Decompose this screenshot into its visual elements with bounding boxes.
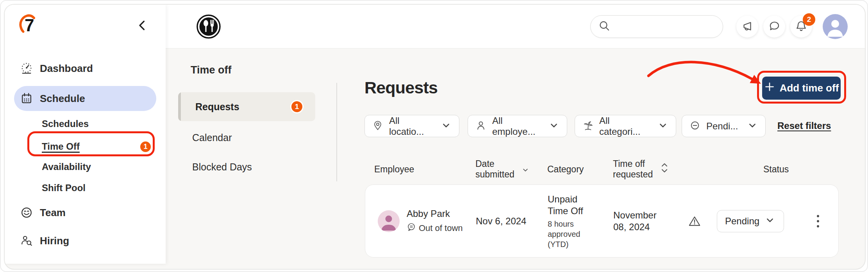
requests-count-badge: 1 <box>290 100 304 113</box>
column-header-employee: Employee <box>374 164 414 175</box>
page-title: Requests <box>364 78 438 97</box>
sidebar-item-label: Availability <box>42 161 91 172</box>
topbar-actions: 2 <box>590 5 848 48</box>
filter-employees[interactable]: All employe... <box>468 115 567 137</box>
app-logo-text: 7 <box>25 16 34 35</box>
dashboard-icon <box>20 62 33 75</box>
chevron-down-icon <box>548 120 560 133</box>
search-icon <box>598 19 611 34</box>
sidebar-item-label: Shift Pool <box>42 183 86 193</box>
sidebar-item-label: Time Off <box>42 141 80 152</box>
filter-locations[interactable]: All locatio... <box>364 115 459 137</box>
add-time-off-label: Add time off <box>780 82 839 94</box>
employee-avatar <box>378 210 400 232</box>
chevron-down-icon <box>657 120 669 133</box>
filter-label: All employe... <box>492 115 543 137</box>
status-dropdown[interactable]: Pending <box>717 210 784 232</box>
subnav-item-requests[interactable]: Requests 1 <box>178 92 315 121</box>
sort-descending-icon[interactable] <box>520 165 530 177</box>
employee-cell: Abby Park Out of town <box>407 208 477 234</box>
megaphone-icon <box>741 20 754 34</box>
column-header-date-submitted[interactable]: Date submitted <box>475 159 519 180</box>
time-off-requested-cell: November 08, 2024 <box>613 209 665 233</box>
column-header-status: Status <box>763 164 789 175</box>
sidebar-item-schedules[interactable]: Schedules <box>14 115 156 133</box>
sidebar-item-label: Team <box>40 207 66 219</box>
column-header-time-off-requested[interactable]: Time off requested <box>613 159 658 180</box>
messages-button[interactable] <box>763 16 785 38</box>
active-indicator-bar <box>178 92 181 121</box>
sidebar-item-availability[interactable]: Availability <box>14 157 156 176</box>
reset-filters-link[interactable]: Reset filters <box>777 120 831 131</box>
subnav-item-calendar[interactable]: Calendar <box>192 132 232 143</box>
note-bubble-icon <box>407 222 416 234</box>
notification-count-badge: 2 <box>803 13 815 26</box>
person-search-icon <box>20 234 33 247</box>
sidebar-item-shift-pool[interactable]: Shift Pool <box>14 179 156 197</box>
sidebar-item-label: Schedule <box>40 93 85 105</box>
employee-note: Out of town <box>419 223 463 233</box>
sidebar-item-dashboard[interactable]: Dashboard <box>14 57 156 79</box>
category-cell: Unpaid Time Off 8 hours approved (YTD) <box>548 193 590 249</box>
vertical-divider <box>336 83 337 181</box>
filter-categories[interactable]: All categori... <box>575 115 676 137</box>
time-off-request-row[interactable]: Abby Park Out of town Nov 6, 2024 Un <box>365 184 839 258</box>
warning-triangle-icon <box>688 215 701 228</box>
employee-name: Abby Park <box>407 208 477 219</box>
filter-label: Pendi... <box>706 121 738 132</box>
column-header-category: Category <box>547 164 584 175</box>
subnav-title: Time off <box>191 64 232 76</box>
smiley-icon <box>20 206 33 219</box>
app-logo[interactable]: 7 <box>18 14 38 36</box>
kebab-icon <box>816 213 820 229</box>
sidebar-item-hiring[interactable]: Hiring <box>14 230 156 252</box>
subnav-item-label: Requests <box>195 101 239 113</box>
sidebar: 7 Dashboard <box>5 5 166 264</box>
sidebar-item-label: Dashboard <box>40 63 93 75</box>
add-time-off-button[interactable]: Add time off <box>762 77 841 100</box>
app-window: 2 7 <box>4 4 866 270</box>
row-menu-button[interactable] <box>814 215 822 228</box>
sidebar-item-schedule[interactable]: Schedule <box>14 86 156 111</box>
chevron-down-icon <box>764 215 776 228</box>
sidebar-item-label: Schedules <box>42 118 89 129</box>
plus-icon <box>764 81 775 95</box>
circle-minus-icon <box>689 120 701 133</box>
category-name: Unpaid Time Off <box>548 193 590 217</box>
chevron-down-icon <box>747 120 758 133</box>
filter-label: All categori... <box>599 115 652 137</box>
sidebar-collapse-button[interactable] <box>134 17 151 34</box>
location-pin-icon <box>372 120 384 133</box>
user-avatar[interactable] <box>823 14 848 39</box>
palm-tree-icon <box>582 120 594 133</box>
filter-status[interactable]: Pendi... <box>682 115 766 137</box>
sidebar-item-team[interactable]: Team <box>14 202 156 224</box>
restaurant-logo[interactable] <box>196 14 221 39</box>
screenshot-canvas: 2 7 <box>0 0 868 272</box>
announcements-button[interactable] <box>736 16 758 38</box>
calendar-icon <box>20 92 33 105</box>
search-input[interactable] <box>590 15 723 38</box>
restaurant-logo-icon <box>196 34 221 40</box>
person-icon <box>475 120 487 133</box>
sidebar-item-label: Hiring <box>40 235 69 247</box>
sidebar-item-time-off[interactable]: Time Off 1 <box>14 137 156 156</box>
notifications-button[interactable]: 2 <box>790 16 812 38</box>
filter-label: All locatio... <box>389 115 435 137</box>
date-submitted-cell: Nov 6, 2024 <box>476 216 526 227</box>
chevron-left-icon <box>135 18 149 34</box>
sort-both-icon[interactable] <box>659 159 670 178</box>
status-value: Pending <box>725 216 759 227</box>
subnav-item-blocked-days[interactable]: Blocked Days <box>192 161 252 173</box>
category-hours-approved: 8 hours approved (YTD) <box>548 218 590 249</box>
chat-bubble-icon <box>768 20 781 34</box>
time-off-count-badge: 1 <box>139 141 152 153</box>
chevron-down-icon <box>440 120 452 133</box>
